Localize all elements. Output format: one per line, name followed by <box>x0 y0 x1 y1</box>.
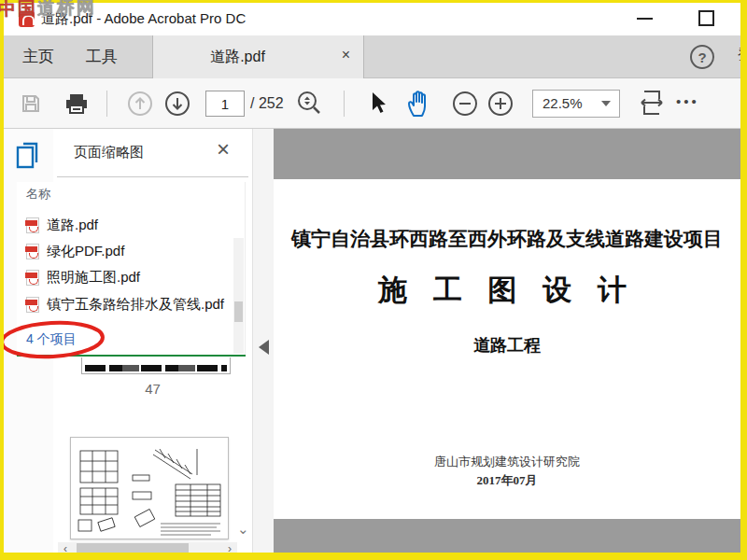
file-name: 照明施工图.pdf <box>47 269 140 287</box>
more-tools-button[interactable]: ••• <box>676 78 699 129</box>
file-row[interactable]: 绿化PDF.pdf <box>26 240 124 262</box>
pdf-file-icon <box>26 297 39 313</box>
page-zoom-search-button[interactable] <box>293 78 325 129</box>
tab-document[interactable]: 道路.pdf × <box>152 35 364 78</box>
main-area: 页面缩略图 × 47 <box>4 129 740 553</box>
file-name: 道路.pdf <box>47 217 98 234</box>
page-count-label: / 252 <box>250 78 284 129</box>
popup-scrollbar-thumb[interactable] <box>234 301 243 322</box>
magnifier-updown-icon <box>295 90 323 118</box>
document-viewer[interactable]: 镇宁自治县环西路至西外环路及支线道路建设项目 施 工 图 设 计 道路工程 唐山… <box>274 129 740 553</box>
page-number-input[interactable] <box>205 91 245 117</box>
document-subject: 施 工 图 设 计 <box>274 271 740 310</box>
title-bar: 道路.pdf - Adobe Acrobat Pro DC <box>4 3 740 35</box>
minus-circle-icon <box>452 91 478 117</box>
page-thumbnails-icon[interactable] <box>15 140 43 172</box>
fit-width-icon <box>639 90 665 118</box>
collapse-panel-icon[interactable] <box>259 340 269 355</box>
hand-tool-button[interactable] <box>403 78 435 129</box>
scroll-left-icon[interactable]: ‹ <box>58 542 73 556</box>
minimize-button[interactable] <box>637 18 653 20</box>
file-row[interactable]: 镇宁五条路给排水及管线.pdf <box>26 293 224 315</box>
horizontal-scrollbar-thumb[interactable] <box>77 543 189 555</box>
project-title: 镇宁自治县环西路至西外环路及支线道路建设项目 <box>274 226 740 252</box>
horizontal-scrollbar[interactable]: ‹ › <box>58 542 237 556</box>
zoom-out-button[interactable] <box>450 78 480 129</box>
fit-width-button[interactable] <box>635 78 669 129</box>
pdf-file-icon <box>26 270 39 286</box>
acrobat-window: 道路.pdf - Adobe Acrobat Pro DC 中国道桥网 主页 工… <box>0 0 747 560</box>
zoom-in-button[interactable] <box>486 78 515 129</box>
panel-title: 页面缩略图 <box>74 144 144 161</box>
file-name: 绿化PDF.pdf <box>47 243 124 260</box>
select-tool-button[interactable] <box>364 78 392 129</box>
thumbnail-page-number: 47 <box>53 381 252 397</box>
save-icon <box>20 92 42 115</box>
plus-circle-icon <box>487 91 514 117</box>
panel-divider <box>57 176 248 177</box>
pdf-page-1: 镇宁自治县环西路至西外环路及支线道路建设项目 施 工 图 设 计 道路工程 唐山… <box>274 179 740 519</box>
help-icon[interactable]: ? <box>690 45 714 69</box>
previous-page-button[interactable] <box>125 78 155 129</box>
cursor-arrow-icon <box>368 91 388 116</box>
file-row[interactable]: 道路.pdf <box>26 214 98 236</box>
maximize-button[interactable] <box>698 10 714 26</box>
pdf-file-icon <box>26 244 39 259</box>
sign-in-label[interactable]: 登 <box>738 46 747 65</box>
popup-scrollbar[interactable] <box>233 238 244 354</box>
document-date: 2017年07月 <box>274 472 740 489</box>
scroll-down-icon[interactable]: ⌄ <box>237 523 250 536</box>
next-page-button[interactable] <box>162 78 192 129</box>
print-button[interactable] <box>62 78 92 129</box>
file-row[interactable]: 照明施工图.pdf <box>26 266 140 288</box>
watermark-red-part: 中国 <box>0 0 37 19</box>
cad-drawing-thumbnail <box>71 438 228 539</box>
tab-tools[interactable]: 工具 <box>86 35 118 78</box>
red-circle-annotation <box>0 318 108 361</box>
chevron-down-icon <box>601 101 611 106</box>
tab-document-label: 道路.pdf <box>153 35 322 78</box>
thumbnail-page-48[interactable] <box>70 437 229 539</box>
panel-close-icon[interactable]: × <box>217 136 230 162</box>
file-list-header-name: 名称 <box>26 186 50 203</box>
zoom-level-dropdown[interactable]: 22.5% <box>532 90 620 118</box>
panel-collapse-strip <box>252 129 274 553</box>
hand-tool-icon <box>406 90 432 118</box>
page-up-icon <box>127 91 153 117</box>
zoom-level-value: 22.5% <box>543 91 583 117</box>
watermark-gray-part: 道桥网 <box>37 0 96 18</box>
page-down-icon <box>164 91 190 117</box>
save-button[interactable] <box>17 78 45 129</box>
tab-close-icon[interactable]: × <box>342 47 350 63</box>
print-icon <box>64 92 89 115</box>
quick-toolbar: / 252 <box>4 78 740 129</box>
toolbar-separator <box>344 91 345 117</box>
site-watermark: 中国道桥网 <box>0 0 96 21</box>
scroll-right-icon[interactable]: › <box>222 542 237 556</box>
pdf-file-icon <box>26 217 39 233</box>
thumbnail-titleblock-strip <box>85 365 227 371</box>
toolbar-separator <box>106 91 107 117</box>
tab-home[interactable]: 主页 <box>22 35 54 78</box>
organization-name: 唐山市规划建筑设计研究院 <box>274 454 740 470</box>
file-name: 镇宁五条路给排水及管线.pdf <box>47 296 224 314</box>
tab-bar: 主页 工具 道路.pdf × ? 登 <box>4 35 740 78</box>
document-type: 道路工程 <box>274 334 740 357</box>
